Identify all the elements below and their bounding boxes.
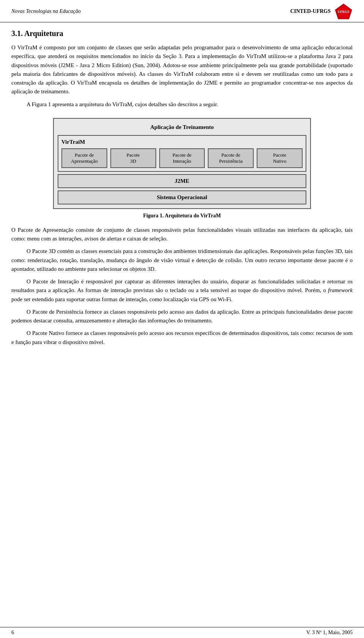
diagram-virtraim-label: VirTraiM [61,139,303,145]
main-content: 3.1. Arquitetura O VirTraM é composto po… [0,22,364,373]
footer-volume-info: V. 3 Nº 1, Maio, 2005 [306,630,353,636]
diagram-so-label: Sistema Operacional [58,190,306,204]
paragraph-4: O Pacote 3D contém as classes essenciais… [11,247,353,273]
package-nativo: PacoteNativo [257,148,303,168]
diagram-packages-row: Pacote deApresentação Pacote3D Pacote de… [61,148,303,168]
diagram-app-label: Aplicação de Treinamento [58,123,306,132]
paragraph-5: O Pacote de Interação é responsável por … [11,277,353,304]
header-logo-text: CINTED-UFRGS [290,8,331,14]
cinted-logo-icon: UFRGS [334,3,353,20]
paragraph-6: O Pacote de Persistência fornece as clas… [11,308,353,325]
paragraph-5-after-italic: pode ser estendido para suportar outras … [11,296,232,302]
paragraph-3: O Pacote de Apresentação consiste de con… [11,226,353,244]
package-interacao: Pacote deInteração [159,148,205,168]
section-heading: 3.1. Arquitetura [11,29,353,38]
diagram-outer-box: Aplicação de Treinamento VirTraiM Pacote… [53,118,311,209]
svg-text:UFRGS: UFRGS [338,10,350,14]
diagram-virtraim-box: VirTraiM Pacote deApresentação Pacote3D … [58,135,306,172]
section-title: Arquitetura [24,29,63,38]
paragraph-1: O VirTraM é composto por um conjunto de … [11,43,353,96]
paragraph-5-before-italic: O Pacote de Interação é responsável por … [11,278,353,293]
package-apresentacao: Pacote deApresentação [61,148,107,168]
header-left-text: Novas Tecnologias na Educação [11,8,81,14]
diagram-j2me-label: J2ME [58,174,306,188]
package-persistencia: Pacote dePersistência [208,148,254,168]
figure-caption-text: Figura 1. Arquitetura do VirTraM [143,213,221,218]
paragraph-5-italic: framework [328,287,353,293]
section-number: 3.1. [11,29,23,38]
header-right: CINTED-UFRGS UFRGS [290,3,353,20]
page-footer: 6 V. 3 Nº 1, Maio, 2005 [0,627,364,638]
figure-caption: Figura 1. Arquitetura do VirTraM [53,213,311,219]
paragraph-7: O Pacote Nativo fornece as classes respo… [11,329,353,347]
footer-page-number: 6 [11,630,14,636]
package-3d: Pacote3D [110,148,156,168]
paragraph-2: A Figura 1 apresenta a arquitetura do Vi… [11,100,353,109]
page-header: Novas Tecnologias na Educação CINTED-UFR… [0,0,364,22]
architecture-diagram: Aplicação de Treinamento VirTraiM Pacote… [53,118,311,219]
